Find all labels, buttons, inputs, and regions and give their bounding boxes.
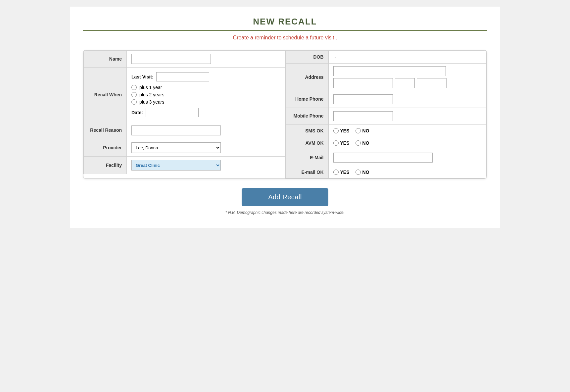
avm-yes-option: YES bbox=[333, 140, 350, 146]
avm-yes-radio[interactable] bbox=[333, 140, 339, 146]
avm-yes-label: YES bbox=[340, 140, 350, 146]
add-recall-section: Add Recall bbox=[83, 188, 487, 206]
name-input[interactable] bbox=[131, 54, 211, 64]
plus2-label: plus 2 years bbox=[139, 92, 164, 97]
avm-no-radio[interactable] bbox=[356, 140, 361, 146]
address-state-input[interactable] bbox=[395, 78, 415, 88]
address-zip-input[interactable] bbox=[417, 78, 447, 88]
recall-when-cell: Last Visit: plus 1 year plus 2 years bbox=[127, 68, 285, 122]
plus1-radio[interactable] bbox=[131, 85, 137, 90]
subtitle: Create a reminder to schedule a future v… bbox=[83, 35, 487, 41]
address-cell bbox=[328, 64, 487, 91]
recall-reason-label: Recall Reason bbox=[84, 122, 127, 139]
plus2-radio[interactable] bbox=[131, 92, 137, 97]
email-cell bbox=[328, 149, 487, 166]
last-visit-label: Last Visit: bbox=[131, 74, 154, 79]
avm-ok-cell: YES NO bbox=[328, 137, 487, 149]
sms-no-radio[interactable] bbox=[356, 128, 361, 133]
name-label: Name bbox=[84, 51, 127, 68]
plus3-row: plus 3 years bbox=[131, 99, 280, 105]
add-recall-button[interactable]: Add Recall bbox=[242, 188, 328, 206]
dob-value: - bbox=[333, 54, 336, 60]
sms-no-label: NO bbox=[362, 128, 369, 133]
facility-cell: Great Clinic bbox=[127, 157, 285, 174]
email-input[interactable] bbox=[333, 153, 433, 163]
sms-no-option: NO bbox=[356, 128, 369, 133]
title-divider bbox=[83, 30, 487, 31]
avm-row: YES NO bbox=[333, 140, 482, 146]
provider-select[interactable]: Lee, Donna bbox=[131, 142, 221, 153]
address-label: Address bbox=[285, 64, 328, 91]
footnote: * N.B. Demographic changes made here are… bbox=[83, 210, 487, 215]
email-no-radio[interactable] bbox=[356, 170, 361, 175]
date-label: Date: bbox=[131, 110, 143, 115]
facility-select[interactable]: Great Clinic bbox=[131, 160, 221, 171]
recall-when-label: Recall When bbox=[84, 68, 127, 122]
email-no-label: NO bbox=[362, 170, 369, 175]
plus3-radio[interactable] bbox=[131, 99, 137, 105]
avm-no-label: NO bbox=[362, 140, 369, 146]
recall-reason-input[interactable] bbox=[131, 125, 221, 135]
form-card: Name Recall When Last Visit: bbox=[83, 50, 487, 179]
address-city-input[interactable] bbox=[333, 78, 393, 88]
facility-label: Facility bbox=[84, 157, 127, 174]
email-yes-radio[interactable] bbox=[333, 170, 339, 175]
sms-yes-radio[interactable] bbox=[333, 128, 339, 133]
plus2-row: plus 2 years bbox=[131, 92, 280, 97]
sms-yes-label: YES bbox=[340, 128, 350, 133]
sms-ok-label: SMS OK bbox=[285, 125, 328, 137]
home-phone-input[interactable] bbox=[333, 94, 393, 104]
plus3-label: plus 3 years bbox=[139, 99, 164, 105]
email-label: E-Mail bbox=[285, 149, 328, 166]
email-ok-row: YES NO bbox=[333, 170, 482, 175]
email-no-option: NO bbox=[356, 170, 369, 175]
sms-yes-option: YES bbox=[333, 128, 350, 133]
form-left: Name Recall When Last Visit: bbox=[83, 50, 285, 178]
recall-reason-cell bbox=[127, 122, 285, 139]
avm-ok-label: AVM OK bbox=[285, 137, 328, 149]
provider-label: Provider bbox=[84, 139, 127, 157]
email-ok-label: E-mail OK bbox=[285, 166, 328, 178]
mobile-phone-label: Mobile Phone bbox=[285, 108, 328, 125]
last-visit-row: Last Visit: bbox=[131, 72, 280, 81]
avm-no-option: NO bbox=[356, 140, 369, 146]
mobile-phone-input[interactable] bbox=[333, 111, 393, 121]
form-right: DOB - Address bbox=[285, 50, 487, 178]
plus1-label: plus 1 year bbox=[139, 85, 162, 90]
page-title: NEW RECALL bbox=[83, 17, 487, 27]
mobile-phone-cell bbox=[328, 108, 487, 125]
sms-ok-cell: YES NO bbox=[328, 125, 487, 137]
home-phone-cell bbox=[328, 91, 487, 108]
provider-cell: Lee, Donna bbox=[127, 139, 285, 157]
last-visit-input[interactable] bbox=[156, 72, 209, 81]
name-cell bbox=[127, 51, 285, 68]
address-row2 bbox=[333, 78, 482, 88]
email-ok-cell: YES NO bbox=[328, 166, 487, 178]
address-line1-input[interactable] bbox=[333, 66, 446, 76]
email-yes-option: YES bbox=[333, 170, 350, 175]
dob-cell: - bbox=[328, 51, 487, 64]
plus1-row: plus 1 year bbox=[131, 85, 280, 90]
date-input[interactable] bbox=[146, 108, 199, 117]
email-yes-label: YES bbox=[340, 170, 350, 175]
dob-label: DOB bbox=[285, 51, 328, 64]
home-phone-label: Home Phone bbox=[285, 91, 328, 108]
date-row: Date: bbox=[131, 108, 280, 117]
sms-row: YES NO bbox=[333, 128, 482, 133]
